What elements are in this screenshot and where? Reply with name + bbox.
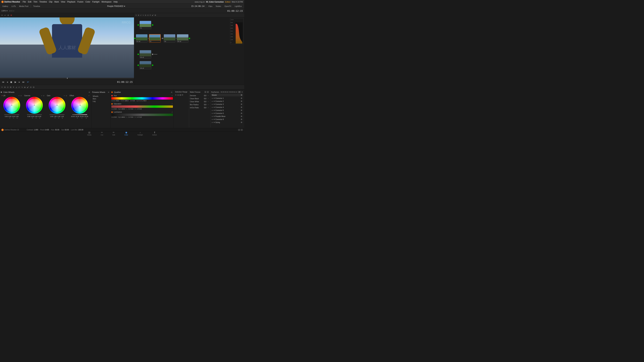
primaries-wheels-option[interactable]: Wheels: [93, 95, 109, 97]
go-start-btn[interactable]: ⏮: [1, 80, 5, 84]
sr-icon-4[interactable]: ⟳: [182, 94, 183, 96]
pencil-icon[interactable]: ✏: [1, 14, 3, 16]
lift-expand-icon[interactable]: ⊕: [20, 95, 22, 96]
corrector-8-expand[interactable]: ▶: [212, 118, 213, 120]
hue-reset-btn[interactable]: ↩: [172, 95, 173, 96]
undo-icon[interactable]: ↩: [4, 14, 6, 16]
nav-color[interactable]: ◉ Color: [123, 131, 130, 136]
menu-mark[interactable]: Mark: [54, 1, 59, 3]
gain-reset-btn[interactable]: ↩: [64, 95, 65, 96]
primaries-settings-btn[interactable]: ⚙: [107, 91, 110, 93]
loop-btn[interactable]: ↩: [26, 80, 30, 84]
node-thumb-01[interactable]: 01: [140, 21, 151, 29]
gamma-slider[interactable]: [27, 114, 42, 115]
nav-edit[interactable]: ✏ Edit: [111, 131, 116, 136]
gamma-expand-icon[interactable]: ⊕: [43, 95, 44, 96]
lum-reset-btn[interactable]: ↩: [172, 111, 173, 113]
matte-inout-reset[interactable]: ↩: [208, 107, 209, 108]
stop-btn[interactable]: ◼: [10, 80, 13, 84]
highlight-icon[interactable]: ⊘: [8, 14, 9, 16]
menu-help[interactable]: Help: [114, 1, 118, 3]
tool-redo[interactable]: ↪: [21, 86, 23, 88]
menu-clip[interactable]: Clip: [49, 1, 52, 3]
tool-pencil[interactable]: ✏: [1, 86, 3, 88]
gain-slider[interactable]: [50, 114, 64, 115]
menu-color[interactable]: Color: [86, 1, 90, 3]
timeline-scrub[interactable]: [0, 78, 134, 79]
matte-blur-reset[interactable]: ↩: [208, 104, 209, 105]
corrector-2-expand[interactable]: ▶: [212, 100, 213, 102]
play-btn[interactable]: ▶: [14, 80, 17, 84]
offset-color-wheel[interactable]: [71, 97, 88, 114]
tool-undo[interactable]: ↩: [18, 86, 20, 88]
matte-cleanwhite-reset[interactable]: ↩: [208, 101, 209, 102]
matte-toggle-1[interactable]: 1: [204, 91, 206, 93]
mute-icon[interactable]: ⊗: [10, 14, 12, 16]
lift-reset-btn[interactable]: ↩: [18, 95, 20, 96]
nodes-btn[interactable]: Nodes: [215, 5, 222, 7]
menu-edit[interactable]: Edit: [28, 1, 32, 3]
matte-toggle-2[interactable]: 2: [207, 91, 209, 93]
sizing-expand[interactable]: ▶: [212, 121, 213, 123]
matte-denoise-reset[interactable]: ↩: [208, 95, 209, 96]
go-end-btn[interactable]: ⏭: [22, 80, 25, 84]
gain-color-wheel[interactable]: [49, 97, 66, 114]
gain-expand-icon[interactable]: ⊕: [66, 95, 67, 96]
node-thumb-08[interactable]: 08 sd: [140, 61, 151, 69]
media-pool-btn[interactable]: Media Pool: [18, 5, 29, 7]
node-thumb-02[interactable]: 02 sd: [136, 34, 148, 42]
sr-icon-1[interactable]: ✏: [175, 94, 177, 96]
menu-fairlight[interactable]: Fairlight: [92, 1, 100, 3]
gamma-color-wheel[interactable]: [26, 97, 43, 114]
wipe-tool[interactable]: ⊝: [147, 14, 148, 16]
clip-tab-1[interactable]: 1: [238, 129, 240, 131]
clip-tab-2[interactable]: 2: [241, 129, 243, 131]
sr-icon-3[interactable]: ⊞: [180, 94, 181, 96]
gallery-tool[interactable]: ⊞: [155, 14, 156, 16]
next-frame-btn[interactable]: ▸: [18, 80, 21, 84]
tool-grid[interactable]: ⊟: [33, 86, 34, 88]
node-thumb-03[interactable]: 03: [149, 34, 161, 42]
paint-tool[interactable]: 🖌: [152, 14, 154, 16]
menu-workspace[interactable]: Workspace: [102, 1, 112, 3]
corrector-1-expand[interactable]: ▶: [212, 97, 213, 99]
tool-circle[interactable]: ⊙: [7, 86, 8, 88]
nav-cut[interactable]: ✂ Cut: [100, 131, 104, 136]
undo-tool[interactable]: ↩: [140, 14, 142, 16]
primaries-bars-option[interactable]: Bars: [93, 98, 109, 100]
lift-color-wheel[interactable]: [3, 97, 20, 114]
redo-tool[interactable]: ↪: [142, 14, 144, 16]
sequence-dropdown-icon[interactable]: ▾: [124, 5, 125, 7]
nav-deliver[interactable]: ⬆ Deliver: [151, 131, 158, 136]
node-thumb-06[interactable]: 06 sd: [140, 50, 151, 58]
corrector-4-expand[interactable]: ▶: [212, 106, 213, 108]
gallery-btn[interactable]: Gallery: [1, 5, 9, 7]
lightbox-btn[interactable]: LightBox: [234, 5, 243, 7]
menu-fusion[interactable]: Fusion: [78, 1, 84, 3]
primaries-log-option[interactable]: Log: [93, 100, 109, 102]
matte-cleanblack-reset[interactable]: ↩: [208, 98, 209, 99]
pencil-tool[interactable]: ✏: [136, 14, 137, 16]
offset-reset-btn[interactable]: ↩: [88, 95, 90, 96]
sr-icon-2[interactable]: ⊝: [177, 94, 179, 96]
parallel-mixer-expand[interactable]: ▶: [212, 115, 213, 117]
lift-slider[interactable]: [4, 114, 19, 115]
menu-view[interactable]: View: [61, 1, 65, 3]
loop-tool[interactable]: ⟳: [150, 14, 151, 16]
zoom-control[interactable]: 138% ▾: [1, 10, 8, 12]
node-thumb-04[interactable]: 04: [164, 34, 176, 42]
eyedrop-tool[interactable]: ⊕: [138, 14, 139, 16]
sat-reset-btn[interactable]: ↩: [172, 103, 173, 105]
corrector-6-expand[interactable]: ▶: [212, 112, 213, 114]
prev-frame-btn[interactable]: ◂: [6, 80, 8, 84]
clips-btn[interactable]: Clips: [207, 5, 213, 7]
corrector-5-expand[interactable]: ▶: [212, 109, 213, 111]
gamma-reset-btn[interactable]: ↩: [41, 95, 42, 96]
menu-trim[interactable]: Trim: [33, 1, 38, 3]
tool-eyedrop[interactable]: ⊿: [16, 86, 17, 88]
openFX-btn[interactable]: OpenFX: [224, 5, 232, 7]
tool-magic[interactable]: ✦: [13, 86, 14, 88]
tool-gallery2[interactable]: ⊜: [30, 86, 32, 88]
tool-blur[interactable]: ◈: [24, 86, 26, 88]
nav-fairlight[interactable]: ♪ Fairlight: [136, 131, 144, 136]
